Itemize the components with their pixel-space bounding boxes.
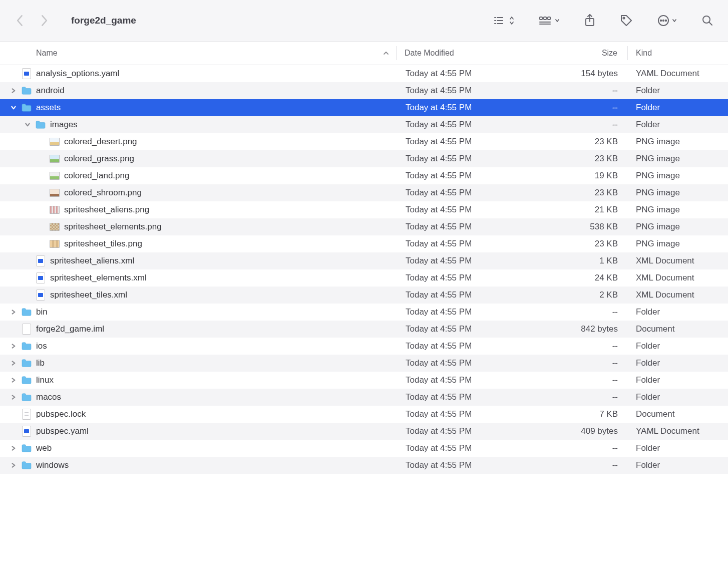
folder-icon <box>35 119 46 130</box>
file-list: analysis_options.yamlToday at 4:55 PM154… <box>0 65 728 474</box>
image-file-icon <box>49 204 60 215</box>
disclosure-closed-icon[interactable] <box>10 309 17 316</box>
file-kind-cell: Folder <box>628 341 728 351</box>
file-name-cell: spritesheet_tiles.xml <box>0 290 398 301</box>
svg-point-16 <box>663 20 664 21</box>
file-row[interactable]: spritesheet_aliens.xmlToday at 4:55 PM1 … <box>0 252 728 269</box>
file-row[interactable]: spritesheet_elements.pngToday at 4:55 PM… <box>0 218 728 235</box>
file-row[interactable]: linuxToday at 4:55 PM--Folder <box>0 372 728 389</box>
file-row[interactable]: androidToday at 4:55 PM--Folder <box>0 82 728 99</box>
disclosure-closed-icon[interactable] <box>10 445 17 452</box>
svg-rect-8 <box>548 17 550 20</box>
svg-rect-7 <box>544 17 546 20</box>
disclosure-closed-icon[interactable] <box>10 394 17 401</box>
file-row[interactable]: colored_land.pngToday at 4:55 PM19 KBPNG… <box>0 167 728 184</box>
file-row[interactable]: imagesToday at 4:55 PM--Folder <box>0 116 728 133</box>
disclosure-closed-icon[interactable] <box>10 377 17 384</box>
column-header-kind[interactable]: Kind <box>628 49 728 58</box>
file-date-cell: Today at 4:55 PM <box>398 205 548 215</box>
chevron-down-icon <box>555 18 560 23</box>
file-row[interactable]: iosToday at 4:55 PM--Folder <box>0 338 728 355</box>
column-header-name[interactable]: Name <box>0 49 396 58</box>
share-button[interactable] <box>584 12 596 30</box>
yaml-file-icon <box>21 68 32 79</box>
file-row[interactable]: pubspec.lockToday at 4:55 PM7 KBDocument <box>0 406 728 423</box>
file-row[interactable]: webToday at 4:55 PM--Folder <box>0 440 728 457</box>
file-kind-cell: PNG image <box>628 222 728 232</box>
document-icon <box>21 324 32 335</box>
file-row[interactable]: forge2d_game.imlToday at 4:55 PM842 byte… <box>0 321 728 338</box>
folder-icon <box>21 460 32 471</box>
file-row[interactable]: spritesheet_aliens.pngToday at 4:55 PM21… <box>0 201 728 218</box>
file-row[interactable]: macosToday at 4:55 PM--Folder <box>0 389 728 406</box>
image-file-icon <box>49 170 60 181</box>
file-name-label: macos <box>36 392 61 402</box>
folder-icon <box>21 307 32 318</box>
nav-arrows <box>14 15 50 27</box>
file-name-label: bin <box>36 307 48 317</box>
file-date-cell: Today at 4:55 PM <box>398 307 548 317</box>
file-date-cell: Today at 4:55 PM <box>398 120 548 130</box>
disclosure-closed-icon[interactable] <box>10 87 17 94</box>
file-name-cell: colored_land.png <box>0 170 398 181</box>
file-date-cell: Today at 4:55 PM <box>398 103 548 113</box>
view-list-button[interactable] <box>494 12 515 30</box>
forward-button[interactable] <box>38 15 50 27</box>
disclosure-closed-icon[interactable] <box>10 343 17 350</box>
file-row[interactable]: colored_grass.pngToday at 4:55 PM23 KBPN… <box>0 150 728 167</box>
file-kind-cell: Folder <box>628 460 728 470</box>
file-kind-cell: Folder <box>628 443 728 453</box>
toolbar: forge2d_game <box>0 0 728 41</box>
file-name-label: spritesheet_elements.png <box>64 222 162 232</box>
up-down-icon <box>509 16 515 25</box>
file-size-cell: 19 KB <box>548 171 628 181</box>
file-row[interactable]: windowsToday at 4:55 PM--Folder <box>0 457 728 474</box>
file-row[interactable]: spritesheet_tiles.xmlToday at 4:55 PM2 K… <box>0 286 728 304</box>
file-row[interactable]: binToday at 4:55 PM--Folder <box>0 304 728 321</box>
search-button[interactable] <box>701 12 714 30</box>
file-name-cell: colored_shroom.png <box>0 187 398 198</box>
file-name-cell: android <box>0 85 398 96</box>
file-date-cell: Today at 4:55 PM <box>398 256 548 266</box>
file-row[interactable]: libToday at 4:55 PM--Folder <box>0 355 728 372</box>
folder-icon <box>21 443 32 454</box>
file-name-cell: pubspec.yaml <box>0 426 398 437</box>
column-header-date[interactable]: Date Modified <box>397 49 547 58</box>
file-kind-cell: PNG image <box>628 171 728 181</box>
file-name-cell: analysis_options.yaml <box>0 68 398 79</box>
disclosure-open-icon[interactable] <box>10 104 17 111</box>
disclosure-open-icon[interactable] <box>24 121 31 128</box>
file-size-cell: -- <box>548 375 628 385</box>
disclosure-closed-icon[interactable] <box>10 360 17 367</box>
file-row[interactable]: spritesheet_elements.xmlToday at 4:55 PM… <box>0 269 728 286</box>
disclosure-closed-icon[interactable] <box>10 462 17 469</box>
group-by-button[interactable] <box>539 12 560 30</box>
svg-line-19 <box>709 22 712 25</box>
file-row[interactable]: assetsToday at 4:55 PM--Folder <box>0 99 728 116</box>
file-row[interactable]: colored_desert.pngToday at 4:55 PM23 KBP… <box>0 133 728 150</box>
file-name-cell: colored_grass.png <box>0 153 398 164</box>
document-icon <box>21 409 32 420</box>
column-header-size[interactable]: Size <box>547 49 627 58</box>
svg-point-13 <box>623 17 624 19</box>
file-row[interactable]: colored_shroom.pngToday at 4:55 PM23 KBP… <box>0 184 728 201</box>
file-row[interactable]: pubspec.yamlToday at 4:55 PM409 bytesYAM… <box>0 423 728 440</box>
file-date-cell: Today at 4:55 PM <box>398 69 548 79</box>
back-button[interactable] <box>14 15 26 27</box>
tags-button[interactable] <box>620 12 633 30</box>
file-row[interactable]: analysis_options.yamlToday at 4:55 PM154… <box>0 65 728 82</box>
folder-icon <box>21 392 32 403</box>
file-date-cell: Today at 4:55 PM <box>398 426 548 436</box>
file-date-cell: Today at 4:55 PM <box>398 273 548 283</box>
file-kind-cell: Folder <box>628 358 728 368</box>
file-kind-cell: Document <box>628 409 728 419</box>
more-button[interactable] <box>657 12 677 30</box>
file-row[interactable]: spritesheet_tiles.pngToday at 4:55 PM23 … <box>0 235 728 252</box>
file-date-cell: Today at 4:55 PM <box>398 137 548 147</box>
sort-ascending-icon <box>383 49 389 58</box>
file-name-label: spritesheet_aliens.png <box>64 205 149 215</box>
xml-file-icon <box>35 255 46 266</box>
file-name-cell: ios <box>0 341 398 352</box>
file-kind-cell: Folder <box>628 120 728 130</box>
file-date-cell: Today at 4:55 PM <box>398 171 548 181</box>
